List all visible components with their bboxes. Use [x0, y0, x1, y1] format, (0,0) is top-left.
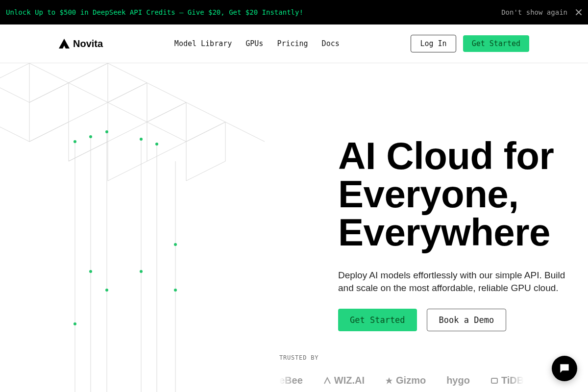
nav-gpus[interactable]: GPUs: [245, 39, 263, 48]
svg-rect-17: [491, 378, 497, 383]
nav-model-library[interactable]: Model Library: [174, 39, 232, 48]
primary-nav: Model Library GPUs Pricing Docs: [174, 39, 340, 48]
partner-logo: WIZ.AI: [323, 375, 365, 386]
trusted-by-label: TRUSTED BY: [279, 354, 524, 361]
nav-pricing[interactable]: Pricing: [277, 39, 308, 48]
hero-copy: AI Cloud for Everyone, Everywhere Deploy…: [274, 63, 588, 392]
hero-title: AI Cloud for Everyone, Everywhere: [338, 137, 573, 251]
hero-subtitle: Deploy AI models effortlessly with our s…: [338, 269, 573, 294]
close-icon[interactable]: [575, 9, 582, 16]
hero-section: AI Cloud for Everyone, Everywhere Deploy…: [0, 63, 588, 392]
svg-point-9: [140, 138, 143, 141]
hero-title-line1: AI Cloud for: [338, 134, 554, 177]
trusted-by-section: TRUSTED BY eBee WIZ.AI Gizmo hygo TiDB: [279, 354, 524, 386]
site-header: Novita Model Library GPUs Pricing Docs L…: [0, 24, 588, 63]
hero-title-line2: Everyone,: [338, 172, 518, 216]
hero-book-demo-button[interactable]: Book a Demo: [427, 309, 507, 331]
svg-point-14: [105, 289, 108, 292]
nav-docs[interactable]: Docs: [322, 39, 340, 48]
chat-launcher-button[interactable]: [552, 356, 577, 381]
login-button[interactable]: Log In: [411, 35, 456, 52]
promo-dismiss-link[interactable]: Don't show again: [501, 8, 567, 16]
svg-point-7: [89, 135, 92, 138]
trusted-by-logos: eBee WIZ.AI Gizmo hygo TiDB: [279, 375, 524, 386]
partner-logo: Gizmo: [385, 375, 426, 386]
svg-point-11: [174, 243, 177, 246]
chat-icon: [558, 362, 571, 375]
brand-name: Novita: [73, 38, 103, 49]
brand-logo[interactable]: Novita: [59, 38, 103, 49]
svg-point-15: [174, 289, 177, 292]
promo-text[interactable]: Unlock Up to $500 in DeepSeek API Credit…: [6, 8, 303, 16]
svg-point-16: [74, 322, 76, 325]
brand-mark-icon: [59, 39, 70, 49]
hero-title-line3: Everywhere: [338, 211, 550, 254]
partner-logo: eBee: [279, 375, 303, 386]
svg-point-8: [105, 130, 108, 133]
hero-get-started-button[interactable]: Get Started: [338, 309, 417, 331]
svg-point-13: [140, 270, 143, 273]
promo-bar: Unlock Up to $500 in DeepSeek API Credit…: [0, 0, 588, 24]
partner-logo: TiDB: [490, 375, 524, 386]
get-started-button[interactable]: Get Started: [463, 35, 529, 52]
partner-logo: hygo: [446, 375, 470, 386]
svg-point-6: [74, 140, 76, 143]
svg-point-10: [155, 143, 158, 146]
svg-point-12: [89, 270, 92, 273]
hero-illustration: [0, 63, 274, 392]
